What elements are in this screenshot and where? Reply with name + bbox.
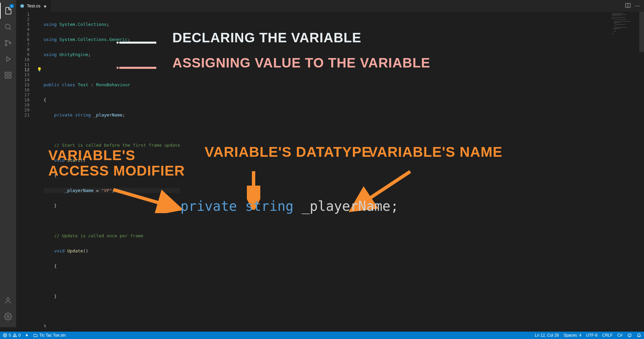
status-solution[interactable]: Tic Tac Toe.sln [33,333,65,338]
line-number: 8 [16,47,30,52]
line-number: 6 [16,37,30,42]
lightbulb-icon[interactable]: 💡 [37,67,42,72]
svg-rect-7 [9,76,11,78]
svg-point-8 [7,298,9,300]
svg-point-3 [9,42,11,44]
line-number: 16 [16,87,30,92]
status-flame-icon[interactable] [24,333,29,338]
csharp-file-icon: C# [19,3,25,9]
line-number: 17 [16,92,30,97]
more-actions-icon[interactable]: ⋯ [635,3,640,9]
line-number: 5 [16,32,30,37]
source-control-icon[interactable] [0,35,16,51]
svg-point-23 [629,335,629,335]
minimap[interactable] [612,13,639,47]
svg-point-0 [5,24,10,29]
svg-text:C#: C# [21,5,24,7]
status-position[interactable]: Ln 12, Col 28 [535,333,559,338]
status-spaces[interactable]: Spaces: 4 [564,333,581,338]
tab-bar: C# Test.cs ● ⋯ [16,0,644,12]
svg-point-1 [5,40,7,42]
arrow-access-modifier [110,186,184,213]
status-feedback-icon[interactable] [627,333,632,338]
activity-bar: 1 [0,0,16,327]
annotation-access-modifier: VARIABLE'S ACCESS MODIFIER [48,148,185,179]
svg-point-24 [630,335,630,335]
line-number: 3 [16,22,30,27]
line-number: 2 [16,17,30,22]
line-number: 20 [16,107,30,112]
annotation-assigning: ASSIGNING VALUE TO THE VARIABLE [172,60,430,65]
line-number: 13 [16,72,30,77]
status-eol[interactable]: CRLF [602,333,612,338]
line-number: 9 [16,52,30,57]
bottom-gap [0,327,644,332]
tab-actions: ⋯ [625,3,644,9]
line-number: 11 [16,62,30,67]
svg-point-9 [7,316,9,318]
svg-rect-5 [9,72,11,75]
line-number: 15 [16,82,30,87]
svg-rect-6 [5,76,7,78]
tab-label: Test.cs [27,3,40,8]
extensions-icon[interactable] [0,67,16,83]
annotation-datatype: VARIABLE'S DATATYPE [205,149,371,154]
arrow-declaring [117,39,157,46]
annotation-name: VARIABLE'S NAME [368,149,502,154]
svg-point-2 [5,44,7,46]
search-icon[interactable] [0,19,16,35]
svg-point-22 [628,334,632,337]
scrollbar[interactable] [639,12,644,327]
line-number: 10 [16,57,30,62]
line-number: 1 [16,12,30,17]
status-bar: 0 0 Tic Tac Toe.sln Ln 12, Col 28 Spaces… [0,332,644,339]
line-number: 19 [16,102,30,107]
tab-modified-indicator[interactable]: ● [42,3,48,9]
line-number: 18 [16,97,30,102]
svg-rect-4 [5,72,7,75]
annotation-declaring: DECLARING THE VARIABLE [172,35,361,40]
split-editor-icon[interactable] [625,3,631,9]
line-number: 12 [16,67,30,72]
activity-bottom [0,292,16,325]
line-number: 21 [16,112,30,117]
line-gutter: 1 2 3 4 5 6 7 8 9 10 11 12 13 14 15 16 1… [16,12,36,117]
explorer-icon[interactable]: 1 [0,3,16,19]
line-number: 4 [16,27,30,32]
account-icon[interactable] [0,292,16,308]
tab-test-cs[interactable]: C# Test.cs ● [16,0,51,12]
scrollbar-thumb[interactable] [639,12,644,52]
line-number: 14 [16,77,30,82]
status-encoding[interactable]: UTF-8 [586,333,597,338]
status-lang[interactable]: C# [618,333,623,338]
editor[interactable]: 1 2 3 4 5 6 7 8 9 10 11 12 13 14 15 16 1… [16,12,644,327]
line-number: 7 [16,42,30,47]
explorer-badge: 1 [9,4,14,8]
status-bell-icon[interactable] [637,333,641,338]
svg-point-21 [14,336,15,336]
gear-icon[interactable] [0,308,16,325]
debug-icon[interactable] [0,51,16,67]
svg-line-16 [113,190,177,208]
arrow-assigning [117,64,157,71]
status-errors[interactable]: 0 0 [3,333,20,338]
big-code-line: private string _playerName; [180,204,398,209]
